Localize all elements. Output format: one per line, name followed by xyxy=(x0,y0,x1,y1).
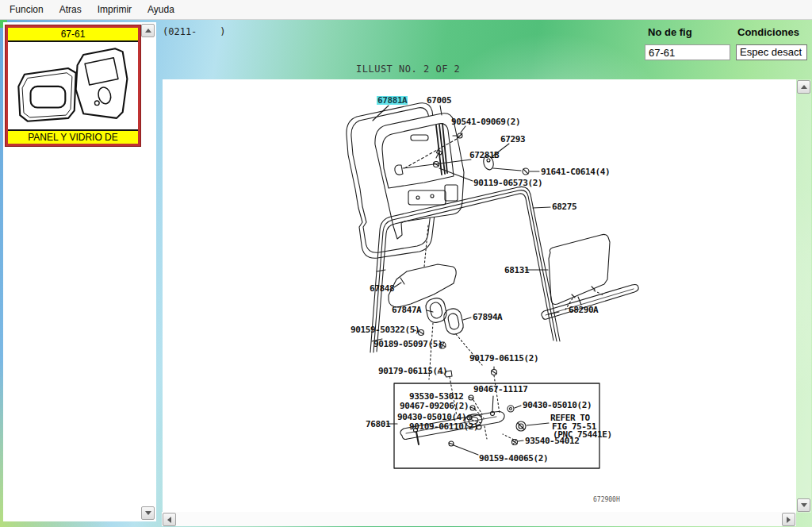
left-arrow-icon xyxy=(167,517,171,523)
fig-number-label: No de fig xyxy=(648,26,692,38)
up-arrow-icon xyxy=(801,85,807,89)
part-label-90159-50322(5)[interactable]: 90159-50322(5) xyxy=(350,325,419,334)
down-arrow-icon xyxy=(801,503,807,507)
model-code-range-text: (0211- ) xyxy=(163,26,225,37)
part-label-90189-05097(5)[interactable]: 90189-05097(5) xyxy=(373,340,442,348)
thumbnail-title: 67-61 xyxy=(8,28,138,42)
part-label-67894A[interactable]: 67894A xyxy=(473,313,502,321)
part-label-67881A[interactable]: 67881A xyxy=(377,96,408,105)
part-label-67847A[interactable]: 67847A xyxy=(392,306,421,314)
menu-bar: Funcion Atras Imprimir Ayuda xyxy=(0,0,812,20)
app-window: { "menu": { "items": ["Funcion", "Atras"… xyxy=(0,0,812,527)
thumbnail-caption: PANEL Y VIDRIO DE xyxy=(8,129,138,144)
part-label-90467-11117[interactable]: 90467-11117 xyxy=(473,385,527,394)
parts-diagram-area: 67881A6700590541-09069(2)6729367281B9164… xyxy=(163,79,796,512)
part-label-93540-54012[interactable]: 93540-54012 xyxy=(525,437,579,445)
figure-list-panel: 67-61 PANEL Y VIDRIO DE xyxy=(3,22,156,521)
figure-thumbnail-card[interactable]: 67-61 PANEL Y VIDRIO DE xyxy=(6,25,140,146)
drawing-code-text: 672900H xyxy=(593,496,620,503)
part-label-67293[interactable]: 67293 xyxy=(500,135,525,144)
part-label-76801[interactable]: 76801 xyxy=(366,420,390,429)
horizontal-scrollbar-track[interactable] xyxy=(162,512,796,526)
conditions-value-box[interactable]: Espec desact xyxy=(736,44,807,60)
part-label-68131[interactable]: 68131 xyxy=(504,266,529,275)
parts-diagram xyxy=(163,79,796,512)
part-label-91641-C0614(4)[interactable]: 91641-C0614(4) xyxy=(541,167,610,176)
part-label-90467-09206(2)[interactable]: 90467-09206(2) xyxy=(400,402,469,410)
scroll-up-button[interactable] xyxy=(797,80,810,94)
part-label-90430-05010(4)[interactable]: 90430-05010(4) xyxy=(397,413,466,421)
thumbnail-image xyxy=(8,42,138,129)
part-label-93530-53012[interactable]: 93530-53012 xyxy=(409,392,463,401)
part-label-90179-06115(4)[interactable]: 90179-06115(4) xyxy=(378,367,447,375)
part-label-68290A[interactable]: 68290A xyxy=(569,306,598,314)
sidebar-scroll-down-button[interactable] xyxy=(141,506,155,520)
part-label-68275[interactable]: 68275 xyxy=(552,202,576,211)
thumbnail-drawing xyxy=(8,42,133,128)
part-label-90159-40065(2)[interactable]: 90159-40065(2) xyxy=(479,454,548,463)
conditions-label: Condiciones xyxy=(737,26,799,38)
part-label-67281B[interactable]: 67281B xyxy=(469,151,499,160)
right-arrow-icon xyxy=(787,517,791,523)
scroll-left-button[interactable] xyxy=(163,513,176,526)
scroll-down-button[interactable] xyxy=(797,498,810,512)
down-arrow-icon xyxy=(145,511,151,515)
vertical-scrollbar-track[interactable] xyxy=(796,79,811,513)
part-label-67848[interactable]: 67848 xyxy=(370,284,394,293)
part-label-90430-05010(2)[interactable]: 90430-05010(2) xyxy=(523,401,592,410)
illust-number-text: ILLUST NO. 2 OF 2 xyxy=(356,63,460,75)
menu-item-funcion[interactable]: Funcion xyxy=(2,1,52,18)
fig-number-input[interactable] xyxy=(645,44,730,60)
menu-item-atras[interactable]: Atras xyxy=(52,1,90,18)
part-label-90179-06115(2)[interactable]: 90179-06115(2) xyxy=(469,354,538,363)
sidebar-scroll-up-button[interactable] xyxy=(141,24,155,37)
scroll-right-button[interactable] xyxy=(782,513,795,526)
up-arrow-icon xyxy=(145,29,151,33)
part-label-90119-06573(2)[interactable]: 90119-06573(2) xyxy=(473,179,542,187)
menu-item-imprimir[interactable]: Imprimir xyxy=(90,1,140,18)
part-label-90109-06110(2)[interactable]: 90109-06110(2) xyxy=(409,422,478,431)
menu-item-ayuda[interactable]: Ayuda xyxy=(140,1,182,18)
part-label-67005[interactable]: 67005 xyxy=(427,96,451,105)
part-label-90541-09069(2)[interactable]: 90541-09069(2) xyxy=(451,117,520,126)
